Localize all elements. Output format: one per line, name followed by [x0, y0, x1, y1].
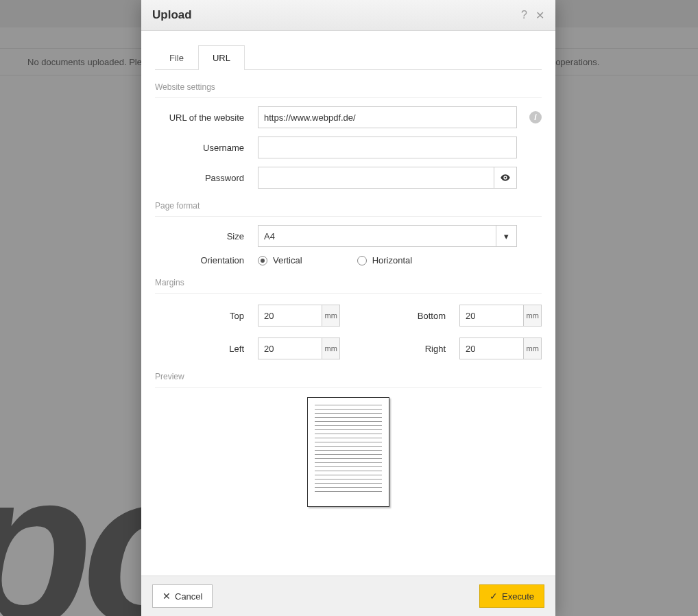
- close-icon[interactable]: ✕: [535, 9, 544, 22]
- cancel-button[interactable]: ✕ Cancel: [152, 584, 213, 608]
- preview-container: [155, 397, 542, 507]
- margin-bottom-label: Bottom: [340, 311, 459, 321]
- size-select[interactable]: A4 ▾: [258, 225, 517, 247]
- orientation-horizontal-label: Horizontal: [372, 255, 413, 265]
- password-visibility-toggle[interactable]: [494, 167, 517, 189]
- section-website-settings: Website settings: [155, 82, 542, 98]
- password-label: Password: [155, 173, 258, 183]
- execute-button[interactable]: ✓ Execute: [479, 584, 544, 608]
- check-icon: ✓: [490, 591, 498, 601]
- cancel-button-label: Cancel: [175, 591, 202, 602]
- url-input[interactable]: [258, 106, 517, 128]
- margin-left-unit: mm: [322, 337, 340, 359]
- chevron-down-icon[interactable]: ▾: [496, 225, 517, 247]
- radio-icon-unchecked: [357, 256, 367, 265]
- info-icon[interactable]: i: [529, 111, 542, 123]
- margin-bottom-unit: mm: [524, 305, 542, 327]
- upload-modal: Upload ? ✕ File URL Website settings URL…: [141, 0, 555, 616]
- modal-footer: ✕ Cancel ✓ Execute: [141, 576, 555, 616]
- orientation-vertical-radio[interactable]: Vertical: [258, 255, 302, 265]
- section-margins: Margins: [155, 278, 542, 294]
- modal-header: Upload ? ✕: [141, 0, 555, 31]
- orientation-horizontal-radio[interactable]: Horizontal: [357, 255, 413, 265]
- modal-title: Upload: [152, 8, 192, 22]
- orientation-label: Orientation: [155, 255, 258, 265]
- url-label: URL of the website: [155, 112, 258, 123]
- margin-left-input[interactable]: [258, 337, 322, 359]
- tabs: File URL: [155, 45, 542, 70]
- help-icon[interactable]: ?: [521, 9, 527, 21]
- margin-right-input[interactable]: [459, 337, 524, 359]
- size-label: Size: [155, 231, 258, 241]
- execute-button-label: Execute: [502, 591, 534, 602]
- margin-left-label: Left: [155, 344, 258, 354]
- size-select-value: A4: [258, 225, 496, 247]
- username-label: Username: [155, 143, 258, 153]
- username-input[interactable]: [258, 137, 517, 158]
- section-page-format: Page format: [155, 201, 542, 217]
- margin-top-label: Top: [155, 311, 258, 321]
- eye-icon: [500, 172, 511, 183]
- radio-icon-checked: [258, 256, 267, 265]
- margin-top-input[interactable]: [258, 305, 322, 327]
- password-input[interactable]: [258, 167, 494, 189]
- tab-url[interactable]: URL: [198, 45, 245, 70]
- modal-body: File URL Website settings URL of the web…: [141, 31, 555, 576]
- page-preview-thumbnail: [307, 397, 389, 507]
- margin-right-label: Right: [340, 344, 459, 354]
- margin-right-unit: mm: [524, 337, 542, 359]
- margin-top-unit: mm: [322, 305, 340, 327]
- orientation-vertical-label: Vertical: [273, 255, 302, 265]
- margin-bottom-input[interactable]: [459, 305, 524, 327]
- section-preview: Preview: [155, 372, 542, 388]
- tab-file[interactable]: File: [155, 45, 198, 70]
- close-icon: ✕: [163, 591, 171, 601]
